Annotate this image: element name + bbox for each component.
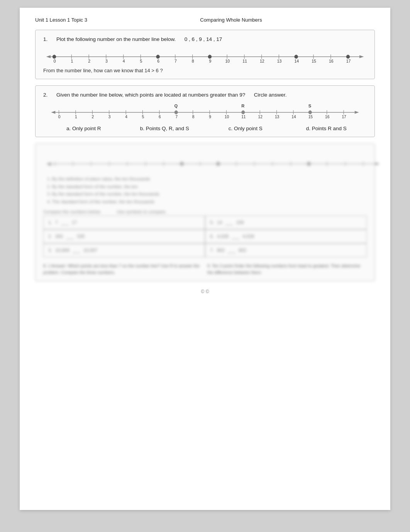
compare-row1-right: 5. 14 ___ 159 [205, 216, 367, 229]
svg-text:10: 10 [225, 59, 230, 63]
svg-point-43 [346, 55, 350, 59]
q1-text: Plot the following number on the number … [56, 36, 367, 42]
svg-point-103 [216, 162, 220, 166]
svg-text:0: 0 [54, 59, 56, 63]
svg-marker-2 [46, 55, 51, 58]
section3-list-item-3: 3. By the standard form of the number, t… [47, 190, 367, 198]
svg-text:4: 4 [123, 59, 125, 63]
svg-text:9: 9 [209, 59, 211, 63]
svg-point-109 [307, 162, 311, 166]
svg-text:11: 11 [242, 59, 247, 63]
svg-text:12: 12 [258, 115, 263, 119]
number-line-2-svg: 0 1 2 3 4 5 6 7 Q 8 [43, 102, 367, 120]
svg-text:15: 15 [312, 59, 316, 63]
number-line-2: 0 1 2 3 4 5 6 7 Q 8 [43, 102, 367, 120]
svg-text:8: 8 [192, 115, 195, 119]
svg-text:S: S [308, 104, 311, 108]
svg-marker-90 [375, 162, 380, 165]
answer-choices-row: a. Only point R b. Points Q, R, and S c.… [43, 126, 367, 131]
number-line-1-svg: 0 1 2 3 4 5 6 [43, 46, 367, 65]
svg-text:6: 6 [157, 59, 159, 63]
svg-marker-45 [355, 111, 359, 114]
page-footer: © © [35, 289, 375, 294]
compare-row3-left: 3. 10,009 ___ 10,007 [43, 243, 205, 257]
q2-num: 2. [43, 92, 53, 98]
compare-row3-right: 7. 802 ___ 802 [205, 243, 367, 257]
svg-text:5: 5 [140, 59, 142, 63]
svg-text:9: 9 [209, 115, 211, 119]
choice-c: c. Only point S [205, 126, 286, 131]
choice-d: d. Points R and S [286, 126, 367, 131]
svg-marker-1 [359, 55, 364, 58]
svg-text:6: 6 [159, 115, 161, 119]
svg-text:17: 17 [342, 115, 346, 119]
section3-list-item-4: 4. The standard form of the number, the … [47, 198, 367, 206]
q1-from-text: From the number line, how can we know th… [43, 68, 367, 73]
compare-row2-right: 6. 4,028 ___ 4,028 [205, 229, 367, 243]
svg-text:2: 2 [91, 115, 94, 119]
svg-point-25 [208, 55, 212, 59]
number-line-1: 0 1 2 3 4 5 6 [43, 46, 367, 65]
svg-text:3: 3 [105, 59, 108, 63]
section3-compare-header: Compare the numbers below. Use symbols t… [43, 209, 367, 214]
section3-list-item-2: 2. By the standard form of the number, t… [47, 183, 367, 191]
section-1: 1. Plot the following number on the numb… [35, 30, 375, 79]
number-line-3 [43, 153, 367, 172]
svg-text:14: 14 [291, 115, 296, 119]
section-3: 1. By the definition of place value, the… [35, 143, 375, 281]
svg-text:3: 3 [108, 115, 111, 119]
section3-list-item-1: 1. By the definition of place value, the… [47, 175, 367, 183]
q2-text: Given the number line below, which point… [56, 92, 367, 98]
svg-text:16: 16 [325, 115, 330, 119]
page: Unit 1 Lesson 1 Topic 3 Comparing Whole … [20, 8, 390, 510]
svg-point-18 [156, 55, 160, 59]
number-line-3-svg [43, 153, 383, 172]
section3-bottom: 8. 1 Answer: Which points are less than … [43, 263, 367, 275]
svg-text:12: 12 [260, 59, 264, 63]
svg-text:0: 0 [58, 115, 61, 119]
svg-text:R: R [241, 104, 244, 108]
header-center: Comparing Whole Numbers [200, 17, 262, 23]
question-2-row: 2. Given the number line below, which po… [43, 92, 367, 98]
svg-text:7: 7 [175, 115, 178, 119]
svg-point-83 [308, 110, 312, 114]
svg-text:8: 8 [192, 59, 194, 63]
svg-text:2: 2 [88, 59, 90, 63]
section-2: 2. Given the number line below, which po… [35, 85, 375, 137]
svg-marker-46 [51, 111, 55, 114]
q2-circle: Circle answer. [254, 92, 287, 98]
svg-text:14: 14 [294, 59, 299, 63]
svg-point-73 [241, 110, 245, 114]
section3-bottom-right: 9. Ten 3 point Order the following numbe… [207, 263, 367, 275]
question-1-row: 1. Plot the following number on the numb… [43, 36, 367, 42]
svg-text:13: 13 [277, 59, 282, 63]
svg-text:16: 16 [329, 59, 334, 63]
svg-text:7: 7 [175, 59, 177, 63]
svg-text:1: 1 [71, 59, 73, 63]
svg-text:11: 11 [241, 115, 246, 119]
compare-row2-left: 2. 263 ___ 335 [43, 229, 205, 243]
svg-point-63 [175, 110, 178, 114]
svg-text:17: 17 [346, 59, 351, 63]
svg-text:10: 10 [225, 115, 229, 119]
header-left: Unit 1 Lesson 1 Topic 3 [35, 17, 87, 23]
svg-text:15: 15 [308, 115, 313, 119]
compare-row1-left: 1. 7 ___ 17 [43, 216, 205, 229]
svg-point-100 [180, 162, 184, 166]
q1-num: 1. [43, 36, 53, 42]
compare-table: 1. 7 ___ 17 5. 14 ___ 159 2. 263 ___ 335 [43, 216, 367, 257]
svg-point-36 [294, 55, 298, 59]
section3-bottom-left: 8. 1 Answer: Which points are less than … [43, 263, 203, 275]
choice-a: a. Only point R [43, 126, 124, 131]
svg-marker-91 [46, 162, 51, 166]
compare-header-left: Compare the numbers below. [43, 209, 101, 214]
section3-list: 1. By the definition of place value, the… [47, 175, 367, 206]
svg-point-5 [53, 55, 56, 59]
compare-header-right: Use symbols to compare. [117, 209, 167, 214]
q1-numbers: 0 , 6 , 9 , 14 , 17 [185, 36, 222, 42]
svg-text:4: 4 [125, 115, 127, 119]
svg-text:13: 13 [275, 115, 280, 119]
svg-text:5: 5 [142, 115, 144, 119]
svg-text:1: 1 [75, 115, 77, 119]
svg-text:Q: Q [175, 104, 178, 108]
